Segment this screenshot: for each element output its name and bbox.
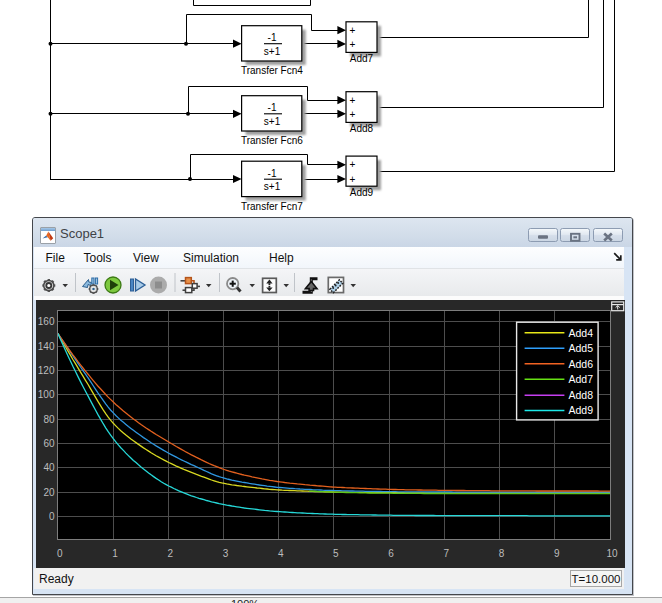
svg-text:120: 120 bbox=[38, 365, 55, 376]
svg-text:+: + bbox=[350, 39, 356, 50]
svg-text:Add6: Add6 bbox=[569, 358, 594, 370]
svg-text:40: 40 bbox=[44, 462, 56, 473]
svg-text:+: + bbox=[350, 174, 356, 185]
svg-text:7: 7 bbox=[444, 548, 450, 559]
svg-text:-1: -1 bbox=[268, 168, 277, 179]
svg-text:1: 1 bbox=[113, 548, 119, 559]
svg-text:+: + bbox=[350, 159, 356, 170]
svg-text:160: 160 bbox=[38, 316, 55, 327]
svg-text:140: 140 bbox=[38, 341, 55, 352]
svg-text:-1: -1 bbox=[268, 32, 277, 43]
svg-text:3: 3 bbox=[223, 548, 229, 559]
svg-text:Transfer Fcn6: Transfer Fcn6 bbox=[241, 135, 303, 146]
svg-text:0: 0 bbox=[49, 511, 55, 522]
svg-text:Add9: Add9 bbox=[350, 187, 374, 198]
svg-text:2: 2 bbox=[168, 548, 174, 559]
svg-text:-1: -1 bbox=[268, 102, 277, 113]
svg-text:Add4: Add4 bbox=[569, 327, 594, 339]
svg-text:Add8: Add8 bbox=[350, 123, 374, 134]
svg-text:100: 100 bbox=[38, 389, 55, 400]
svg-text:Add7: Add7 bbox=[350, 53, 374, 64]
svg-text:+: + bbox=[350, 109, 356, 120]
svg-text:5: 5 bbox=[333, 548, 339, 559]
svg-text:10: 10 bbox=[607, 548, 619, 559]
svg-text:9: 9 bbox=[554, 548, 560, 559]
svg-text:s+1: s+1 bbox=[264, 46, 281, 57]
svg-text:80: 80 bbox=[44, 414, 56, 425]
svg-text:Transfer Fcn4: Transfer Fcn4 bbox=[241, 65, 303, 76]
svg-text:+: + bbox=[350, 25, 356, 36]
svg-text:Transfer Fcn7: Transfer Fcn7 bbox=[241, 201, 303, 212]
svg-text:6: 6 bbox=[389, 548, 395, 559]
svg-text:4: 4 bbox=[278, 548, 284, 559]
svg-text:0: 0 bbox=[57, 548, 63, 559]
svg-text:Add9: Add9 bbox=[569, 404, 594, 416]
svg-text:8: 8 bbox=[499, 548, 505, 559]
svg-text:Add7: Add7 bbox=[569, 373, 594, 385]
svg-text:+: + bbox=[350, 95, 356, 106]
svg-text:20: 20 bbox=[44, 487, 56, 498]
svg-text:s+1: s+1 bbox=[264, 116, 281, 127]
svg-text:Add8: Add8 bbox=[569, 389, 594, 401]
svg-text:s+1: s+1 bbox=[264, 181, 281, 192]
svg-text:Add5: Add5 bbox=[569, 342, 594, 354]
svg-text:60: 60 bbox=[44, 438, 56, 449]
